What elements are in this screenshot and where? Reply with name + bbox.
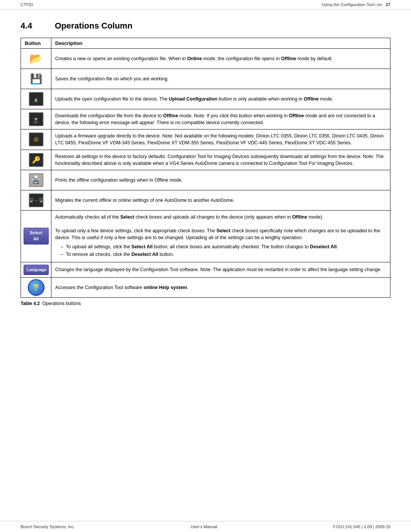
select-all-bullets: To upload all settings, click the Select… (55, 243, 386, 258)
section-heading: 4.4 Operations Column (21, 21, 390, 31)
section-number: 4.4 (21, 21, 43, 31)
table-row: 📂 Creates a new or opens an existing con… (21, 49, 390, 69)
button-cell-print: 🖨️ (21, 170, 51, 190)
table-row: 🔑 Restores all settings in the device to… (21, 150, 390, 170)
footer-right: F.01U.141.545 | 3.09 | 2009.10 (333, 524, 390, 529)
list-item: To upload all settings, click the Select… (61, 243, 386, 250)
header-left: CTFID (21, 2, 33, 7)
operations-table: Button Description 📂 Creates a new or op… (21, 38, 390, 298)
firmware-icon: ⚙ ↑ (27, 132, 45, 147)
description-cell-select-all: Automatically checks all of the Select c… (51, 210, 390, 262)
folder-icon: 📂 (27, 51, 45, 66)
download-icon: ▼ PC (27, 112, 45, 127)
print-icon: 🖨️ (27, 173, 45, 188)
select-all-button[interactable]: Select All (24, 228, 49, 244)
button-cell-help: ? (21, 278, 51, 298)
table-row: 🖥️ → 🖥️ Migrates the current offline or … (21, 190, 390, 210)
migrate-icon: 🖥️ → 🖥️ (27, 193, 45, 208)
button-cell-firmware: ⚙ ↑ (21, 129, 51, 150)
button-cell-reset: 🔑 (21, 150, 51, 170)
description-cell-migrate: Migrates the current offline or online s… (51, 190, 390, 210)
main-content: 4.4 Operations Column Button Description… (0, 10, 411, 329)
section-title: Operations Column (55, 21, 132, 31)
table-caption: Table 4.2 Operations buttons (21, 301, 390, 306)
reset-icon: 🔑 (27, 152, 45, 168)
header-right: Using the Configuration Tool | en 27 (322, 2, 390, 7)
list-item: To remove all checks, click the Deselect… (61, 251, 386, 258)
table-row: ⚙ ↑ Uploads a firmware upgrade directly … (21, 129, 390, 150)
table-header-row: Button Description (21, 38, 390, 49)
table-row: 💾 Saves the configuration file on which … (21, 69, 390, 89)
description-cell-folder: Creates a new or opens an existing confi… (51, 49, 390, 69)
table-caption-label: Table 4.2 (21, 301, 41, 306)
table-row: Select All Automatically checks all of t… (21, 210, 390, 262)
page-footer: Bosch Security Systems, Inc. User's Manu… (0, 521, 411, 532)
table-row: ▲ PC Uploads the open configuration file… (21, 89, 390, 109)
upload-icon: ▲ PC (27, 91, 45, 107)
description-cell-download: Downloads the configuration file from th… (51, 109, 390, 129)
description-cell-help: Accesses the Configuration Tool software… (51, 278, 390, 298)
description-cell-language: Changes the language displayed by the Co… (51, 262, 390, 278)
page-header: CTFID Using the Configuration Tool | en … (0, 0, 411, 10)
button-cell-save: 💾 (21, 69, 51, 89)
button-cell-migrate: 🖥️ → 🖥️ (21, 190, 51, 210)
footer-center: User's Manual (191, 524, 217, 529)
button-cell-language: Language (21, 262, 51, 278)
button-cell-select-all: Select All (21, 210, 51, 262)
description-cell-save: Saves the configuration file on which yo… (51, 69, 390, 89)
description-cell-upload: Uploads the open configuration file to t… (51, 89, 390, 109)
help-icon: ? (27, 280, 45, 295)
table-row: ▼ PC Downloads the configuration file fr… (21, 109, 390, 129)
table-row: 🖨️ Prints the offline configuration sett… (21, 170, 390, 190)
button-cell-folder: 📂 (21, 49, 51, 69)
description-cell-reset: Restores all settings in the device to f… (51, 150, 390, 170)
col-header-description: Description (51, 38, 390, 49)
footer-left: Bosch Security Systems, Inc. (21, 524, 75, 529)
col-header-button: Button (21, 38, 51, 49)
table-row: Language Changes the language displayed … (21, 262, 390, 278)
description-cell-print: Prints the offline configuration setting… (51, 170, 390, 190)
table-row: ? Accesses the Configuration Tool softwa… (21, 278, 390, 298)
button-cell-download: ▼ PC (21, 109, 51, 129)
save-icon: 💾 (27, 71, 45, 86)
button-cell-upload: ▲ PC (21, 89, 51, 109)
description-cell-firmware: Uploads a firmware upgrade directly to t… (51, 129, 390, 150)
language-button[interactable]: Language (24, 265, 49, 275)
